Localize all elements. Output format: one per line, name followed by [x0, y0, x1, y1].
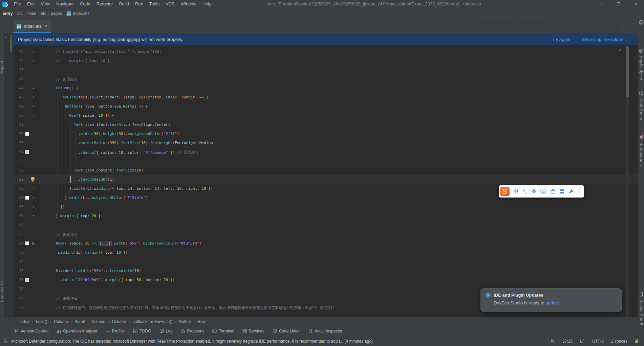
line-number[interactable]: 50: [14, 113, 24, 118]
update-link[interactable]: update: [545, 300, 559, 305]
breadcrumb-item[interactable]: callback for ForEach(): [133, 319, 172, 324]
chevron-down-icon[interactable]: ∨: [5, 36, 7, 39]
sidebar-item-project[interactable]: Project: [0, 61, 4, 74]
breadcrumb-item[interactable]: Column: [91, 319, 105, 324]
input-method-toolbar[interactable]: S 中: [499, 185, 584, 198]
breadcrumb-item[interactable]: Scroll: [74, 319, 85, 324]
toolwindow-operation-analyzer[interactable]: Operation Analyzer: [52, 326, 102, 336]
line-number[interactable]: 43: [14, 49, 24, 54]
fold-marker[interactable]: ∨: [30, 93, 37, 102]
code-line[interactable]: 64+ Row({ space: 10 }) {...}.width("95%"…: [14, 239, 638, 248]
line-number[interactable]: 76: [14, 278, 24, 282]
fold-marker[interactable]: ∧: [30, 202, 37, 211]
code-line[interactable]: 50∨ Row({ space: 10 }) {: [14, 111, 638, 120]
breadcrumb-item[interactable]: Column: [54, 319, 68, 324]
chinese-mode-icon[interactable]: 中: [513, 185, 518, 198]
line-number[interactable]: 54: [14, 150, 24, 154]
code-line[interactable]: 54 .shadow({ radius: 10, color: "#ffaeae…: [14, 147, 638, 157]
tab-options-icon[interactable]: ⋮: [620, 23, 625, 29]
maximize-button[interactable]: ❐: [614, 2, 624, 6]
tool-window-switcher-icon[interactable]: [3, 339, 7, 344]
menu-run[interactable]: Run: [132, 1, 146, 6]
toolwindow-problems[interactable]: Problems: [177, 326, 209, 336]
close-button[interactable]: ✕: [631, 2, 641, 6]
breadcrumb-item[interactable]: src: [17, 11, 23, 16]
line-number[interactable]: 64: [14, 241, 24, 246]
fold-marker[interactable]: ∨: [30, 47, 37, 56]
editor-scrollbar-thumb[interactable]: [626, 46, 629, 97]
menu-build[interactable]: Build: [116, 1, 132, 6]
line-number[interactable]: 79: [14, 305, 24, 309]
code-line[interactable]: 55: [14, 157, 638, 166]
code-line[interactable]: 52 .width(30).height(30).backgroundColor…: [14, 129, 638, 138]
code-line[interactable]: 62: [14, 221, 638, 230]
line-number[interactable]: 58: [14, 186, 24, 191]
code-line[interactable]: 43∨ // Image($r("app.media.startIcon")).…: [14, 47, 638, 56]
toolwindow-services[interactable]: Services: [238, 326, 269, 336]
close-tab-icon[interactable]: ✕: [45, 24, 48, 28]
code-line[interactable]: 56 Text(item.content).fontSize(20): [14, 166, 638, 175]
sidebar-item-codegenie[interactable]: CodeGenie: [638, 91, 644, 120]
line-number[interactable]: 47: [14, 86, 24, 90]
sogou-logo-icon[interactable]: S: [500, 187, 510, 196]
code-line[interactable]: 44∧ // .margin({ top: 10 }): [14, 56, 638, 65]
line-number[interactable]: 59: [14, 195, 24, 200]
code-line[interactable]: 47∨ Column() {: [14, 84, 638, 93]
line-number[interactable]: 55: [14, 159, 24, 163]
fold-marker[interactable]: ∧: [30, 211, 37, 221]
lock-icon[interactable]: [635, 339, 639, 344]
punctuation-icon[interactable]: [522, 189, 528, 194]
code-line[interactable]: 75 Divider().width("95%").strokeWidth(10…: [14, 266, 638, 275]
menu-file[interactable]: File: [11, 1, 24, 6]
line-number[interactable]: 46: [14, 77, 24, 81]
breadcrumb-item[interactable]: pages: [51, 11, 62, 16]
fold-marker[interactable]: ∨: [30, 84, 37, 93]
fold-marker[interactable]: ∨: [30, 111, 37, 120]
caret-position[interactable]: 57:15: [562, 339, 573, 344]
menu-window[interactable]: Window: [178, 1, 199, 6]
breadcrumb-item[interactable]: Button: [179, 319, 191, 324]
minimize-button[interactable]: —: [596, 2, 606, 6]
code-line[interactable]: 63 // 答案部分: [14, 230, 638, 239]
toolwindow-arkui-inspector[interactable]: ArkUI Inspector: [304, 326, 347, 336]
line-number[interactable]: 52: [14, 132, 24, 136]
code-line[interactable]: 53 .borderRadius(999).fontSize(18).fontW…: [14, 138, 638, 147]
line-separator[interactable]: LF: [580, 339, 585, 344]
breadcrumb-item[interactable]: build(): [36, 319, 47, 324]
show-log-link[interactable]: Show Log in Explorer: [582, 37, 624, 42]
panel-scrollbar[interactable]: [10, 35, 12, 52]
menu-help[interactable]: Help: [199, 1, 215, 6]
menu-view[interactable]: View: [38, 1, 53, 6]
code-line[interactable]: 48∨ ForEach(this.selectItemArr, (item: S…: [14, 93, 638, 102]
breadcrumb-item[interactable]: entry: [3, 11, 13, 16]
fold-marker[interactable]: ∧: [30, 56, 37, 65]
breadcrumb-item[interactable]: Row: [197, 319, 206, 324]
toolwindow-version-control[interactable]: Version Control: [10, 326, 52, 336]
line-number[interactable]: 63: [14, 232, 24, 236]
breadcrumb-item[interactable]: Column: [112, 319, 126, 324]
menu-vcs[interactable]: VCS: [163, 1, 178, 6]
inspection-ok-icon[interactable]: ✔: [618, 47, 622, 52]
code-line[interactable]: 73 .padding(15).margin({ top: 10 }): [14, 248, 638, 257]
menu-edit[interactable]: Edit: [24, 1, 38, 6]
toolbox-icon[interactable]: [550, 189, 556, 194]
code-editor[interactable]: 43∨ // Image($r("app.media.startIcon")).…: [14, 45, 638, 317]
tab-index-ets[interactable]: ETS Index.ets ✕: [14, 20, 51, 33]
code-line[interactable]: 49∨ Button({ type: ButtonType.Normal }) …: [14, 102, 638, 111]
line-number[interactable]: 45: [14, 68, 24, 72]
sidebar-item-notifications[interactable]: Notifications: [638, 135, 644, 167]
toolwindow-terminal[interactable]: Terminal: [208, 326, 238, 336]
line-number[interactable]: 61: [14, 214, 24, 218]
breadcrumb-item[interactable]: Index.ets: [73, 11, 89, 16]
code-line[interactable]: 61∧ }.margin({ top: 20 }): [14, 211, 638, 221]
menu-tools[interactable]: Tools: [146, 1, 163, 6]
line-number[interactable]: 75: [14, 269, 24, 273]
code-line[interactable]: 57 .layoutWeight(1): [14, 175, 638, 184]
line-number[interactable]: 62: [14, 223, 24, 227]
line-number[interactable]: 57: [14, 177, 24, 182]
menu-navigate[interactable]: Navigate: [53, 1, 77, 6]
line-number[interactable]: 49: [14, 104, 24, 109]
keyboard-icon[interactable]: [540, 189, 546, 194]
breadcrumb-item[interactable]: Index: [19, 319, 29, 324]
line-number[interactable]: 78: [14, 296, 24, 300]
